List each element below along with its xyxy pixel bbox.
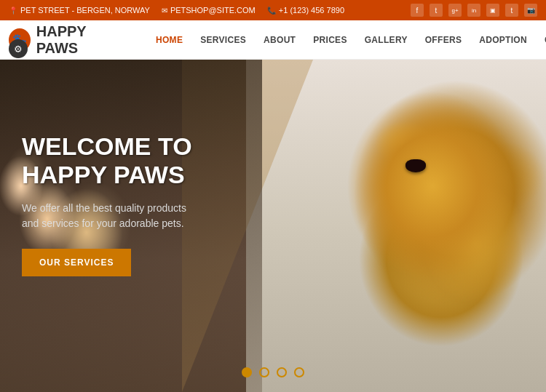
top-bar-contact-info: 📍 PET STREET - BERGEN, NORWAY ✉ PETSHOP@… (9, 6, 344, 15)
carousel-dot-1[interactable] (242, 367, 252, 377)
phone-icon: 📞 (267, 7, 276, 15)
facebook-icon[interactable]: f (411, 4, 424, 17)
phone-info: 📞 +1 (123) 456 7890 (267, 6, 344, 15)
top-bar: 📍 PET STREET - BERGEN, NORWAY ✉ PETSHOP@… (0, 0, 546, 20)
hero-section: WELCOME TO HAPPY PAWS We offer all the b… (0, 60, 546, 392)
nav-home[interactable]: HOME (147, 20, 191, 60)
hero-subtitle: We offer all the best quality productsan… (22, 201, 192, 231)
nav-bar: 🐾 HAPPY PAWS HOME SERVICES ABOUT PRICES … (0, 20, 546, 60)
instagram-icon[interactable]: 📷 (524, 4, 537, 17)
carousel-dot-2[interactable] (259, 367, 269, 377)
location-icon: 📍 (9, 7, 17, 15)
email-info: ✉ PETSHOP@SITE.COM (162, 6, 256, 15)
carousel-dots (242, 367, 304, 377)
nav-gallery[interactable]: GALLERY (356, 20, 416, 60)
carousel-dot-3[interactable] (277, 367, 287, 377)
nav-about[interactable]: ABOUT (255, 20, 304, 60)
dog-nose-detail (405, 159, 426, 172)
logo-text: HAPPY PAWS (36, 23, 125, 57)
address-info: 📍 PET STREET - BERGEN, NORWAY (9, 6, 150, 15)
carousel-dot-4[interactable] (294, 367, 304, 377)
googleplus-icon[interactable]: g+ (448, 4, 462, 17)
twitter-icon[interactable]: t (430, 4, 443, 17)
hero-title-line1: WELCOME TO (22, 132, 192, 160)
nav-prices[interactable]: PRICES (304, 20, 355, 60)
cta-button[interactable]: OUR SERVICES (22, 249, 131, 276)
hero-title-line2: HAPPY PAWS (22, 161, 185, 188)
nav-services[interactable]: SERVICES (191, 20, 255, 60)
hero-content: WELCOME TO HAPPY PAWS We offer all the b… (22, 132, 192, 276)
flickr-icon[interactable]: ▣ (486, 4, 499, 17)
tumblr-icon[interactable]: t (505, 4, 518, 17)
linkedin-icon[interactable]: in (467, 4, 480, 17)
nav-adoption[interactable]: ADOPTION (470, 20, 536, 60)
hero-title: WELCOME TO HAPPY PAWS (22, 132, 192, 189)
phone-text: +1 (123) 456 7890 (279, 6, 344, 15)
nav-links: HOME SERVICES ABOUT PRICES GALLERY OFFER… (147, 20, 546, 60)
nav-contact[interactable]: CONTACT (536, 20, 546, 60)
settings-icon[interactable]: ⚙ (9, 39, 28, 58)
nav-offers[interactable]: OFFERS (416, 20, 470, 60)
social-icons: f t g+ in ▣ t 📷 (411, 4, 537, 17)
email-text: PETSHOP@SITE.COM (170, 6, 256, 15)
email-icon: ✉ (162, 7, 167, 15)
gear-icon: ⚙ (14, 44, 23, 55)
address-text: PET STREET - BERGEN, NORWAY (20, 6, 150, 15)
